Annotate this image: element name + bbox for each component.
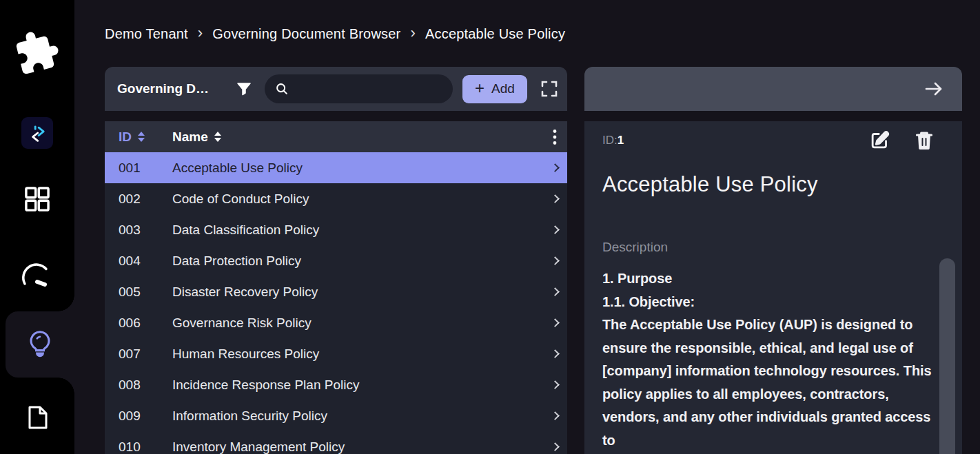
description-line: 1. Purpose <box>602 267 941 291</box>
column-header-name[interactable]: Name <box>172 130 542 145</box>
search-box[interactable] <box>265 74 453 103</box>
sidebar-item-apps[interactable] <box>0 163 74 236</box>
column-header-name-label: Name <box>172 130 208 145</box>
document-table: ID Name 001 Acceptable Use Policy <box>105 121 567 454</box>
sidebar-item-code[interactable] <box>0 103 74 163</box>
lightbulb-icon <box>24 327 56 362</box>
chevron-right-icon <box>542 196 567 202</box>
table-row[interactable]: 010 Inventory Management Policy <box>105 431 567 454</box>
list-title: Governing D… <box>117 81 233 96</box>
description-text: 1. Purpose 1.1. Objective: The Acceptabl… <box>602 267 941 452</box>
filter-icon <box>236 81 252 97</box>
row-name-cell: Inventory Management Policy <box>172 440 542 454</box>
description-line: The Acceptable Use Policy (AUP) is desig… <box>602 313 941 452</box>
row-id-cell: 003 <box>105 223 172 238</box>
edit-icon <box>869 130 890 151</box>
plus-icon: + <box>475 80 484 96</box>
sort-icon <box>214 132 221 142</box>
breadcrumb-separator-icon: › <box>198 24 203 42</box>
row-id-cell: 006 <box>105 316 172 331</box>
detail-topbar <box>584 67 962 111</box>
edit-button[interactable] <box>866 127 893 154</box>
row-id-cell: 009 <box>105 409 172 424</box>
document-detail-panel: ID:1 A <box>584 67 962 454</box>
table-row[interactable]: 001 Acceptable Use Policy <box>105 152 567 183</box>
record-id-value: 1 <box>617 134 624 147</box>
document-list-panel: Governing D… + Add ID <box>105 67 567 454</box>
table-row[interactable]: 007 Human Resources Policy <box>105 338 567 369</box>
column-header-id[interactable]: ID <box>105 130 172 145</box>
row-id-cell: 010 <box>105 440 172 454</box>
chevron-right-icon <box>542 382 567 388</box>
row-id-cell: 002 <box>105 192 172 207</box>
row-id-cell: 004 <box>105 254 172 269</box>
app-logo[interactable] <box>0 0 74 103</box>
row-name-cell: Data Protection Policy <box>172 254 542 269</box>
document-icon <box>22 401 52 434</box>
row-name-cell: Information Security Policy <box>172 409 542 424</box>
puzzle-logo-icon <box>10 24 65 79</box>
chevron-right-icon <box>542 351 567 357</box>
list-toolbar: Governing D… + Add <box>105 67 567 111</box>
row-name-cell: Human Resources Policy <box>172 347 542 362</box>
record-id: ID:1 <box>602 134 624 147</box>
chevron-right-icon <box>542 444 567 450</box>
sidebar-item-documents[interactable] <box>0 378 74 454</box>
table-menu-button[interactable] <box>542 129 567 145</box>
fullscreen-icon <box>540 79 559 99</box>
row-id-cell: 008 <box>105 378 172 393</box>
table-row[interactable]: 009 Information Security Policy <box>105 400 567 431</box>
search-icon <box>274 81 289 96</box>
collapse-panel-button[interactable] <box>921 77 947 101</box>
breadcrumb-item[interactable]: Demo Tenant › <box>105 25 203 43</box>
table-row[interactable]: 005 Disaster Recovery Policy <box>105 276 567 307</box>
table-row[interactable]: 006 Governance Risk Policy <box>105 307 567 338</box>
row-name-cell: Acceptable Use Policy <box>172 161 542 176</box>
table-row[interactable]: 004 Data Protection Policy <box>105 245 567 276</box>
sidebar <box>0 0 74 454</box>
chevron-right-icon <box>542 289 567 295</box>
add-button[interactable]: + Add <box>462 75 527 103</box>
arrow-right-icon <box>923 80 944 98</box>
breadcrumb-label: Acceptable Use Policy <box>425 26 565 42</box>
row-id-cell: 007 <box>105 347 172 362</box>
sort-icon <box>138 132 145 142</box>
add-button-label: Add <box>491 81 515 96</box>
record-id-label: ID: <box>602 134 617 147</box>
search-input[interactable] <box>295 74 447 103</box>
grid-icon <box>21 183 53 215</box>
row-id-cell: 001 <box>105 161 172 176</box>
description-label: Description <box>602 240 668 255</box>
table-row[interactable]: 003 Data Classification Policy <box>105 214 567 245</box>
gauge-icon <box>20 260 54 287</box>
breadcrumb-item[interactable]: Acceptable Use Policy › <box>425 26 565 42</box>
column-header-id-label: ID <box>119 130 132 145</box>
chevron-right-icon <box>542 227 567 233</box>
breadcrumb-label: Governing Document Browser <box>212 26 400 42</box>
row-name-cell: Disaster Recovery Policy <box>172 285 542 300</box>
trash-icon <box>914 130 935 151</box>
detail-actions <box>866 127 937 154</box>
breadcrumb-separator-icon: › <box>410 24 416 42</box>
breadcrumb: Demo Tenant › Governing Document Browser… <box>105 25 565 43</box>
row-name-cell: Data Classification Policy <box>172 223 542 238</box>
row-id-cell: 005 <box>105 285 172 300</box>
delete-button[interactable] <box>911 127 937 154</box>
chevron-right-icon <box>542 258 567 264</box>
row-name-cell: Code of Conduct Policy <box>172 192 542 207</box>
fullscreen-button[interactable] <box>537 76 562 101</box>
chevron-right-icon <box>542 320 567 326</box>
table-row[interactable]: 002 Code of Conduct Policy <box>105 183 567 214</box>
breadcrumb-item[interactable]: Governing Document Browser › <box>212 25 416 43</box>
filter-button[interactable] <box>233 78 255 100</box>
table-body: 001 Acceptable Use Policy 002 Code of Co… <box>105 152 567 454</box>
chevron-right-icon <box>542 413 567 419</box>
row-name-cell: Governance Risk Policy <box>172 316 542 331</box>
sidebar-item-policies[interactable] <box>6 311 74 378</box>
code-icon <box>21 117 53 149</box>
detail-title: Acceptable Use Policy <box>602 172 818 197</box>
scrollbar-thumb[interactable] <box>939 258 955 454</box>
description-line: 1.1. Objective: <box>602 291 941 314</box>
table-row[interactable]: 008 Incidence Response Plan Policy <box>105 369 567 400</box>
chevron-right-icon <box>542 165 567 171</box>
